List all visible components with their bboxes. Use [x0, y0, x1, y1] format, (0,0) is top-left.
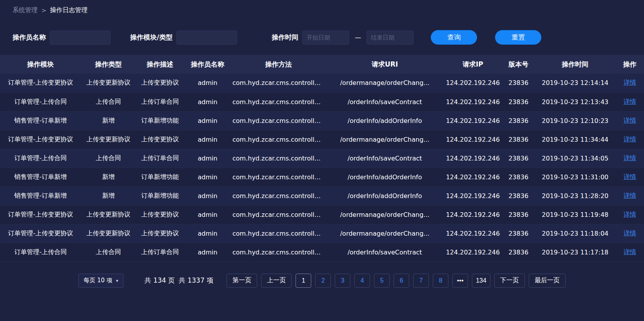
table-cell: 23836 — [502, 243, 535, 261]
first-page-button[interactable]: 第一页 — [227, 274, 257, 288]
page-ellipsis-button[interactable]: ••• — [452, 274, 468, 288]
table-cell: /ordermanage/orderChang... — [326, 224, 444, 243]
table-cell: 上传变更协议 — [136, 224, 184, 243]
table-cell: 23836 — [502, 92, 535, 111]
total-pages-text: 共 134 页 — [145, 276, 175, 284]
detail-link[interactable]: 详情 — [624, 229, 636, 237]
page-button-8[interactable]: 8 — [433, 274, 448, 288]
table-cell: admin — [184, 224, 231, 243]
table-cell: /ordermanage/orderChang... — [326, 205, 444, 224]
table-cell: com.hyd.zcar.cms.controller... — [231, 74, 326, 92]
detail-link[interactable]: 详情 — [624, 98, 636, 105]
detail-link[interactable]: 详情 — [624, 248, 636, 256]
table-cell: 2019-10-23 12:13:43 — [535, 92, 616, 111]
table-cell: com.hyd.zcar.cms.controller... — [231, 186, 326, 205]
page-button-5[interactable]: 5 — [374, 274, 390, 288]
table-cell: com.hyd.zcar.cms.controller... — [231, 92, 326, 111]
table-cell: com.hyd.zcar.cms.controller... — [231, 130, 326, 149]
table-cell: /orderInfo/addOrderInfo — [326, 186, 444, 205]
table-cell: 订单管理-上传变更协议 — [0, 74, 81, 92]
operation-log-table: 操作模块操作类型操作描述操作员名称操作方法请求URI请求IP版本号操作时间操作 … — [0, 55, 644, 262]
table-cell: 订单管理-上传合同 — [0, 243, 81, 261]
table-row: 销售管理-订单新增新增订单新增功能admincom.hyd.zcar.cms.c… — [0, 168, 644, 186]
table-cell: 上传变更新协议 — [81, 224, 136, 243]
table-cell: 2019-10-23 11:19:48 — [535, 205, 616, 224]
table-cell: com.hyd.zcar.cms.controller... — [231, 243, 326, 261]
table-cell: 2019-10-23 11:31:00 — [535, 168, 616, 186]
table-cell: 订单管理-上传合同 — [0, 149, 81, 168]
module-type-input[interactable] — [176, 31, 237, 45]
filter-bar: 操作员名称 操作模块/类型 操作时间 — 查询 重置 — [13, 30, 644, 45]
table-cell: 23836 — [502, 130, 535, 149]
table-cell: 订单新增功能 — [136, 111, 184, 130]
page-button-3[interactable]: 3 — [335, 274, 350, 288]
table-cell: 23836 — [502, 205, 535, 224]
table-cell: 124.202.192.246 — [443, 149, 502, 168]
detail-link[interactable]: 详情 — [624, 117, 636, 124]
table-cell: 详情 — [616, 111, 644, 130]
table-cell: 124.202.192.246 — [443, 186, 502, 205]
table-cell: 销售管理-订单新增 — [0, 186, 81, 205]
page-button-1[interactable]: 1 — [296, 274, 311, 288]
operator-name-input[interactable] — [50, 31, 111, 45]
table-cell: admin — [184, 149, 231, 168]
table-cell: 上传合同 — [81, 149, 136, 168]
table-cell: 23836 — [502, 168, 535, 186]
table-row: 订单管理-上传变更协议上传变更新协议上传变更协议admincom.hyd.zca… — [0, 74, 644, 92]
table-cell: com.hyd.zcar.cms.controller... — [231, 168, 326, 186]
table-cell: 详情 — [616, 149, 644, 168]
page-button-7[interactable]: 7 — [413, 274, 429, 288]
end-date-input[interactable] — [366, 31, 414, 45]
column-header: 操作时间 — [535, 55, 616, 74]
table-cell: 2019-10-23 11:18:04 — [535, 224, 616, 243]
page-button-4[interactable]: 4 — [354, 274, 370, 288]
start-date-input[interactable] — [302, 31, 349, 45]
table-cell: 上传合同 — [81, 243, 136, 261]
detail-link[interactable]: 详情 — [624, 154, 636, 162]
column-header: 请求URI — [326, 55, 444, 74]
page-number-buttons: 12345678•••134 — [296, 274, 490, 288]
operator-name-label: 操作员名称 — [13, 33, 46, 42]
table-cell: 上传订单合同 — [136, 149, 184, 168]
page-size-select[interactable]: 每页 10 项 ▾ — [78, 274, 123, 288]
table-cell: 124.202.192.246 — [443, 168, 502, 186]
table-cell: 上传变更新协议 — [81, 205, 136, 224]
page-button-2[interactable]: 2 — [315, 274, 331, 288]
table-cell: admin — [184, 168, 231, 186]
page-button-6[interactable]: 6 — [394, 274, 409, 288]
table-cell: 订单新增功能 — [136, 168, 184, 186]
table-cell: 2019-10-23 12:14:14 — [535, 74, 616, 92]
table-cell: 124.202.192.246 — [443, 205, 502, 224]
table-cell: /orderInfo/saveContract — [326, 243, 444, 261]
table-cell: 详情 — [616, 186, 644, 205]
reset-button[interactable]: 重置 — [495, 30, 541, 45]
table-row: 订单管理-上传变更协议上传变更新协议上传变更协议admincom.hyd.zca… — [0, 130, 644, 149]
search-button[interactable]: 查询 — [431, 30, 477, 45]
module-type-label: 操作模块/类型 — [130, 33, 172, 42]
breadcrumb-parent[interactable]: 系统管理 — [13, 6, 38, 14]
table-row: 订单管理-上传合同上传合同上传订单合同admincom.hyd.zcar.cms… — [0, 149, 644, 168]
detail-link[interactable]: 详情 — [624, 135, 636, 143]
page-button-134[interactable]: 134 — [472, 274, 490, 288]
table-cell: /orderInfo/addOrderInfo — [326, 168, 444, 186]
table-cell: 23836 — [502, 186, 535, 205]
next-page-button[interactable]: 下一页 — [494, 274, 525, 288]
time-range-label: 操作时间 — [272, 33, 298, 42]
detail-link[interactable]: 详情 — [624, 79, 636, 86]
table-cell: 详情 — [616, 74, 644, 92]
last-page-button[interactable]: 最后一页 — [529, 274, 566, 288]
detail-link[interactable]: 详情 — [624, 211, 636, 218]
table-cell: 销售管理-订单新增 — [0, 168, 81, 186]
pagination: 每页 10 项 ▾ 共 134 页共 1337 项 第一页 上一页 123456… — [0, 274, 644, 288]
table-cell: admin — [184, 186, 231, 205]
prev-page-button[interactable]: 上一页 — [261, 274, 292, 288]
detail-link[interactable]: 详情 — [624, 192, 636, 199]
table-cell: 124.202.192.246 — [443, 130, 502, 149]
table-cell: admin — [184, 74, 231, 92]
table-cell: 详情 — [616, 168, 644, 186]
table-cell: /ordermanage/orderChang... — [326, 74, 444, 92]
detail-link[interactable]: 详情 — [624, 173, 636, 180]
table-cell: 124.202.192.246 — [443, 243, 502, 261]
table-row: 订单管理-上传变更协议上传变更新协议上传变更协议admincom.hyd.zca… — [0, 224, 644, 243]
table-cell: 新增 — [81, 186, 136, 205]
